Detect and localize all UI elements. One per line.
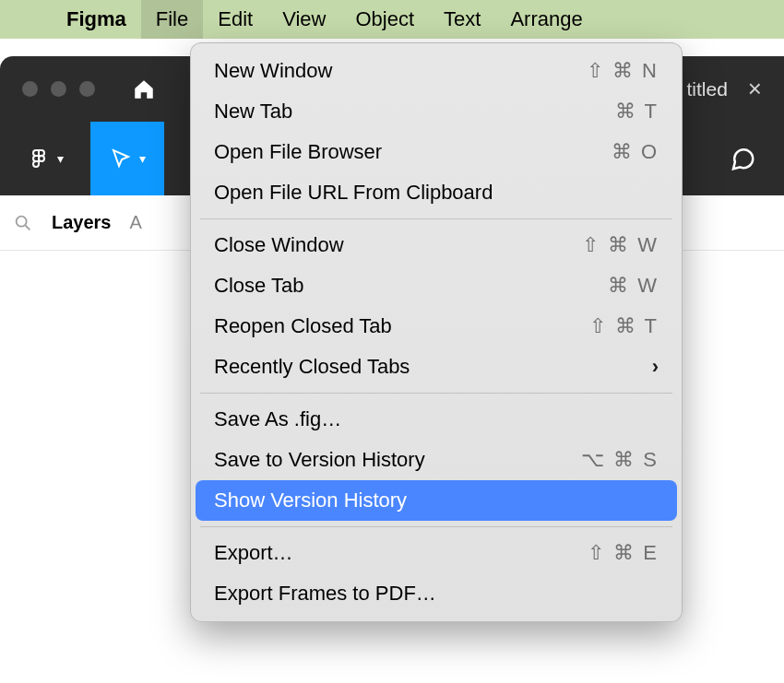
menu-item-label: Open File URL From Clipboard [214, 181, 493, 205]
menubar-item-edit[interactable]: Edit [203, 0, 267, 39]
cursor-icon [110, 147, 132, 170]
search-icon[interactable] [13, 213, 33, 233]
menu-item[interactable]: Open File URL From Clipboard [196, 172, 677, 213]
menu-item-label: Close Window [214, 233, 344, 257]
menu-item[interactable]: Save As .fig… [196, 399, 677, 440]
menu-item[interactable]: Close Window⇧ ⌘ W [196, 225, 677, 265]
file-menu-dropdown: New Window⇧ ⌘ NNew Tab⌘ TOpen File Brows… [190, 42, 683, 622]
menu-item[interactable]: New Tab⌘ T [196, 91, 677, 132]
chevron-down-icon: ▾ [139, 151, 146, 166]
menu-item-label: Save to Version History [214, 448, 425, 472]
menu-item[interactable]: Close Tab⌘ W [196, 265, 677, 306]
menu-separator [200, 218, 672, 219]
menu-item-label: New Tab [214, 100, 292, 124]
menu-item[interactable]: Reopen Closed Tab⇧ ⌘ T [196, 306, 677, 347]
tab-layers[interactable]: Layers [52, 212, 112, 233]
figma-logo-icon [28, 147, 50, 170]
menu-item[interactable]: New Window⇧ ⌘ N [196, 51, 677, 91]
menu-item[interactable]: Recently Closed Tabs› [196, 347, 677, 387]
menubar-item-arrange[interactable]: Arrange [495, 0, 597, 39]
main-menu-button[interactable]: ▾ [0, 122, 90, 195]
menu-separator [200, 393, 672, 394]
file-tab-name: titled [686, 78, 727, 100]
menu-item-label: Save As .fig… [214, 407, 341, 431]
traffic-zoom-icon[interactable] [79, 81, 95, 97]
menu-item[interactable]: Open File Browser⌘ O [196, 132, 677, 172]
menubar-item-text[interactable]: Text [429, 0, 495, 39]
menu-item[interactable]: Save to Version History⌥ ⌘ S [196, 440, 677, 480]
menu-item-label: Export Frames to PDF… [214, 582, 436, 606]
menubar-item-view[interactable]: View [267, 0, 340, 39]
comment-tool-button[interactable] [729, 145, 784, 172]
menu-shortcut: ⇧ ⌘ N [587, 59, 659, 83]
menubar-item-file[interactable]: File [141, 0, 203, 39]
window-controls[interactable] [22, 81, 95, 97]
file-tab[interactable]: titled × [686, 75, 784, 103]
menu-item[interactable]: Export…⇧ ⌘ E [196, 533, 677, 573]
menu-item-label: Show Version History [214, 489, 407, 512]
tab-close-icon[interactable]: × [748, 75, 762, 103]
menubar-app-name[interactable]: Figma [52, 0, 141, 39]
menu-item-label: New Window [214, 59, 332, 83]
menu-item-label: Close Tab [214, 274, 303, 298]
tab-assets[interactable]: A [130, 212, 142, 233]
menu-shortcut: ⇧ ⌘ W [582, 233, 659, 257]
menu-item[interactable]: Export Frames to PDF… [196, 573, 677, 614]
menu-separator [200, 526, 672, 527]
menu-item-label: Export… [214, 541, 293, 565]
menu-shortcut: ⇧ ⌘ T [589, 314, 659, 338]
chevron-down-icon: ▾ [57, 151, 64, 166]
menu-shortcut: ⌘ W [608, 274, 659, 298]
home-tab-icon[interactable] [132, 77, 156, 101]
menu-shortcut: ⌘ O [612, 140, 659, 164]
menu-shortcut: ⌘ T [615, 100, 659, 124]
menu-shortcut: ⌥ ⌘ S [581, 448, 659, 472]
menu-item-label: Reopen Closed Tab [214, 314, 392, 338]
svg-point-1 [17, 216, 27, 226]
mac-menubar: Figma File Edit View Object Text Arrange [0, 0, 784, 39]
chevron-right-icon: › [652, 355, 659, 379]
menu-item[interactable]: Show Version History [196, 480, 677, 521]
menubar-item-object[interactable]: Object [340, 0, 429, 39]
menu-shortcut: ⇧ ⌘ E [588, 541, 659, 565]
traffic-minimize-icon[interactable] [51, 81, 66, 97]
comment-icon [729, 145, 756, 172]
move-tool-button[interactable]: ▾ [90, 122, 164, 195]
menu-item-label: Recently Closed Tabs [214, 355, 410, 379]
traffic-close-icon[interactable] [22, 81, 38, 97]
menu-item-label: Open File Browser [214, 140, 382, 164]
